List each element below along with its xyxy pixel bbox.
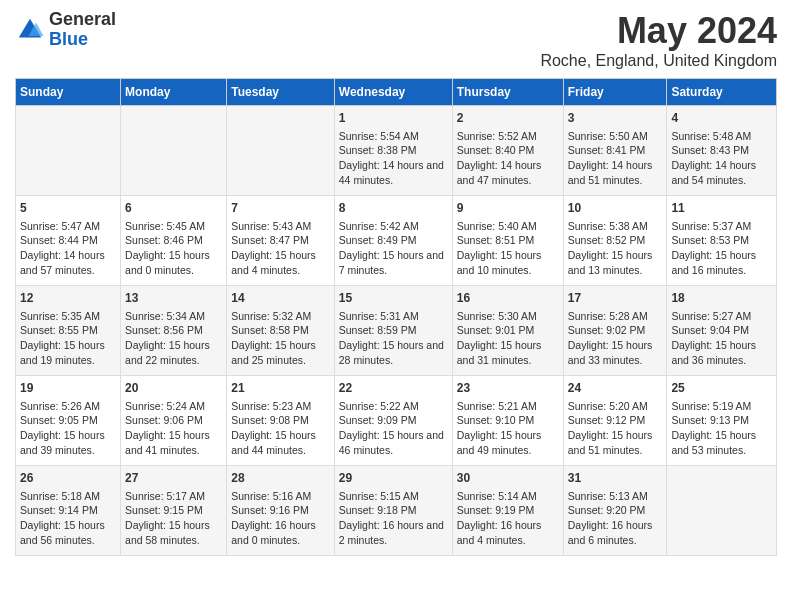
day-number: 4 xyxy=(671,110,772,127)
daylight-text: Daylight: 15 hours and 7 minutes. xyxy=(339,249,444,276)
cell-2-5: 17Sunrise: 5:28 AMSunset: 9:02 PMDayligh… xyxy=(563,286,667,376)
sunrise-text: Sunrise: 5:37 AM xyxy=(671,220,751,232)
cell-3-1: 20Sunrise: 5:24 AMSunset: 9:06 PMDayligh… xyxy=(121,376,227,466)
sunset-text: Sunset: 9:13 PM xyxy=(671,414,749,426)
daylight-text: Daylight: 16 hours and 6 minutes. xyxy=(568,519,653,546)
week-row-1: 5Sunrise: 5:47 AMSunset: 8:44 PMDaylight… xyxy=(16,196,777,286)
daylight-text: Daylight: 15 hours and 4 minutes. xyxy=(231,249,316,276)
cell-0-1 xyxy=(121,106,227,196)
day-number: 6 xyxy=(125,200,222,217)
sunrise-text: Sunrise: 5:24 AM xyxy=(125,400,205,412)
sunrise-text: Sunrise: 5:30 AM xyxy=(457,310,537,322)
day-number: 3 xyxy=(568,110,663,127)
sunset-text: Sunset: 9:10 PM xyxy=(457,414,535,426)
day-number: 25 xyxy=(671,380,772,397)
cell-4-5: 31Sunrise: 5:13 AMSunset: 9:20 PMDayligh… xyxy=(563,466,667,556)
sunrise-text: Sunrise: 5:21 AM xyxy=(457,400,537,412)
sunrise-text: Sunrise: 5:31 AM xyxy=(339,310,419,322)
daylight-text: Daylight: 15 hours and 49 minutes. xyxy=(457,429,542,456)
sunset-text: Sunset: 9:12 PM xyxy=(568,414,646,426)
sunrise-text: Sunrise: 5:45 AM xyxy=(125,220,205,232)
sunrise-text: Sunrise: 5:27 AM xyxy=(671,310,751,322)
cell-1-6: 11Sunrise: 5:37 AMSunset: 8:53 PMDayligh… xyxy=(667,196,777,286)
col-monday: Monday xyxy=(121,79,227,106)
cell-4-4: 30Sunrise: 5:14 AMSunset: 9:19 PMDayligh… xyxy=(452,466,563,556)
daylight-text: Daylight: 15 hours and 19 minutes. xyxy=(20,339,105,366)
sunset-text: Sunset: 9:06 PM xyxy=(125,414,203,426)
sunrise-text: Sunrise: 5:47 AM xyxy=(20,220,100,232)
sunset-text: Sunset: 8:56 PM xyxy=(125,324,203,336)
sunrise-text: Sunrise: 5:38 AM xyxy=(568,220,648,232)
day-number: 2 xyxy=(457,110,559,127)
day-number: 12 xyxy=(20,290,116,307)
sunset-text: Sunset: 8:38 PM xyxy=(339,144,417,156)
sunset-text: Sunset: 9:02 PM xyxy=(568,324,646,336)
daylight-text: Daylight: 14 hours and 54 minutes. xyxy=(671,159,756,186)
cell-3-5: 24Sunrise: 5:20 AMSunset: 9:12 PMDayligh… xyxy=(563,376,667,466)
sunrise-text: Sunrise: 5:50 AM xyxy=(568,130,648,142)
sunset-text: Sunset: 8:49 PM xyxy=(339,234,417,246)
location-title: Roche, England, United Kingdom xyxy=(540,52,777,70)
cell-3-2: 21Sunrise: 5:23 AMSunset: 9:08 PMDayligh… xyxy=(227,376,335,466)
sunrise-text: Sunrise: 5:23 AM xyxy=(231,400,311,412)
daylight-text: Daylight: 14 hours and 44 minutes. xyxy=(339,159,444,186)
day-number: 1 xyxy=(339,110,448,127)
cell-3-3: 22Sunrise: 5:22 AMSunset: 9:09 PMDayligh… xyxy=(334,376,452,466)
sunset-text: Sunset: 8:41 PM xyxy=(568,144,646,156)
day-number: 17 xyxy=(568,290,663,307)
daylight-text: Daylight: 15 hours and 39 minutes. xyxy=(20,429,105,456)
day-number: 20 xyxy=(125,380,222,397)
col-thursday: Thursday xyxy=(452,79,563,106)
daylight-text: Daylight: 15 hours and 13 minutes. xyxy=(568,249,653,276)
cell-3-4: 23Sunrise: 5:21 AMSunset: 9:10 PMDayligh… xyxy=(452,376,563,466)
day-number: 9 xyxy=(457,200,559,217)
daylight-text: Daylight: 15 hours and 28 minutes. xyxy=(339,339,444,366)
cell-2-6: 18Sunrise: 5:27 AMSunset: 9:04 PMDayligh… xyxy=(667,286,777,376)
cell-4-1: 27Sunrise: 5:17 AMSunset: 9:15 PMDayligh… xyxy=(121,466,227,556)
day-number: 29 xyxy=(339,470,448,487)
sunrise-text: Sunrise: 5:48 AM xyxy=(671,130,751,142)
page-header: General Blue May 2024 Roche, England, Un… xyxy=(15,10,777,70)
sunset-text: Sunset: 8:59 PM xyxy=(339,324,417,336)
day-number: 5 xyxy=(20,200,116,217)
sunrise-text: Sunrise: 5:26 AM xyxy=(20,400,100,412)
day-number: 10 xyxy=(568,200,663,217)
cell-2-4: 16Sunrise: 5:30 AMSunset: 9:01 PMDayligh… xyxy=(452,286,563,376)
sunrise-text: Sunrise: 5:52 AM xyxy=(457,130,537,142)
sunset-text: Sunset: 9:18 PM xyxy=(339,504,417,516)
col-tuesday: Tuesday xyxy=(227,79,335,106)
day-number: 21 xyxy=(231,380,330,397)
daylight-text: Daylight: 15 hours and 33 minutes. xyxy=(568,339,653,366)
day-number: 8 xyxy=(339,200,448,217)
cell-3-0: 19Sunrise: 5:26 AMSunset: 9:05 PMDayligh… xyxy=(16,376,121,466)
cell-1-3: 8Sunrise: 5:42 AMSunset: 8:49 PMDaylight… xyxy=(334,196,452,286)
cell-1-1: 6Sunrise: 5:45 AMSunset: 8:46 PMDaylight… xyxy=(121,196,227,286)
cell-0-4: 2Sunrise: 5:52 AMSunset: 8:40 PMDaylight… xyxy=(452,106,563,196)
cell-1-5: 10Sunrise: 5:38 AMSunset: 8:52 PMDayligh… xyxy=(563,196,667,286)
sunset-text: Sunset: 8:44 PM xyxy=(20,234,98,246)
cell-3-6: 25Sunrise: 5:19 AMSunset: 9:13 PMDayligh… xyxy=(667,376,777,466)
sunrise-text: Sunrise: 5:54 AM xyxy=(339,130,419,142)
sunrise-text: Sunrise: 5:13 AM xyxy=(568,490,648,502)
cell-0-3: 1Sunrise: 5:54 AMSunset: 8:38 PMDaylight… xyxy=(334,106,452,196)
sunset-text: Sunset: 9:09 PM xyxy=(339,414,417,426)
week-row-2: 12Sunrise: 5:35 AMSunset: 8:55 PMDayligh… xyxy=(16,286,777,376)
day-number: 30 xyxy=(457,470,559,487)
logo-icon xyxy=(15,15,45,45)
daylight-text: Daylight: 14 hours and 47 minutes. xyxy=(457,159,542,186)
col-saturday: Saturday xyxy=(667,79,777,106)
sunset-text: Sunset: 9:16 PM xyxy=(231,504,309,516)
cell-0-5: 3Sunrise: 5:50 AMSunset: 8:41 PMDaylight… xyxy=(563,106,667,196)
cell-4-0: 26Sunrise: 5:18 AMSunset: 9:14 PMDayligh… xyxy=(16,466,121,556)
logo-blue-text: Blue xyxy=(49,29,88,49)
col-wednesday: Wednesday xyxy=(334,79,452,106)
week-row-4: 26Sunrise: 5:18 AMSunset: 9:14 PMDayligh… xyxy=(16,466,777,556)
sunrise-text: Sunrise: 5:14 AM xyxy=(457,490,537,502)
sunrise-text: Sunrise: 5:19 AM xyxy=(671,400,751,412)
cell-4-6 xyxy=(667,466,777,556)
sunrise-text: Sunrise: 5:35 AM xyxy=(20,310,100,322)
sunrise-text: Sunrise: 5:18 AM xyxy=(20,490,100,502)
daylight-text: Daylight: 15 hours and 36 minutes. xyxy=(671,339,756,366)
sunrise-text: Sunrise: 5:15 AM xyxy=(339,490,419,502)
sunrise-text: Sunrise: 5:32 AM xyxy=(231,310,311,322)
